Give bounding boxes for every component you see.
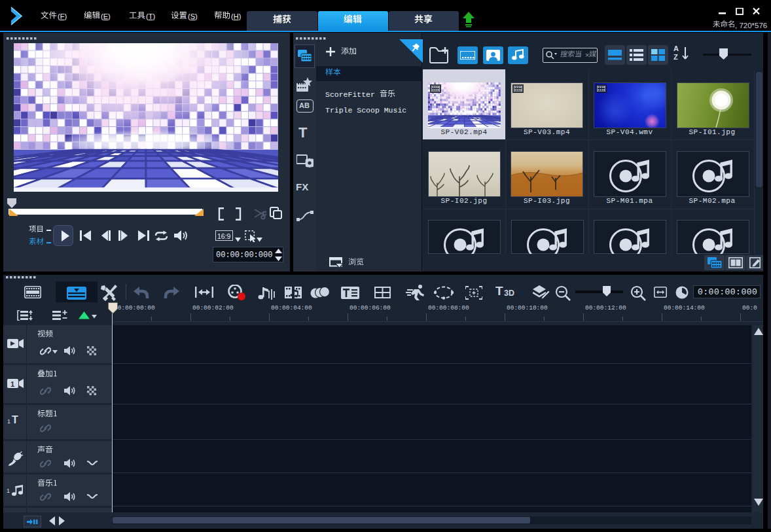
svg-text:1: 1 [10,380,14,388]
